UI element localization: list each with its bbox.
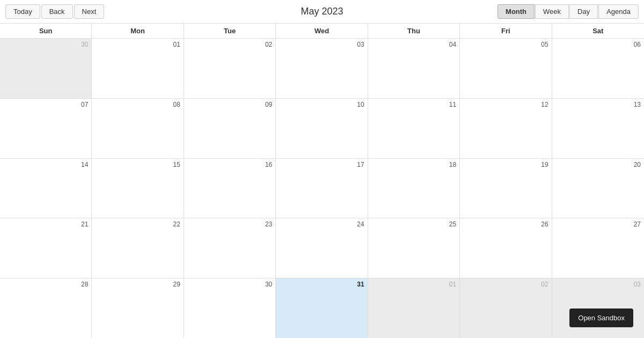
day-cell[interactable]: 01 bbox=[368, 278, 460, 338]
calendar: SunMonTueWedThuFriSat 300102030405060708… bbox=[0, 24, 644, 338]
day-cell[interactable]: 13 bbox=[552, 99, 644, 158]
week-row: 30010203040506 bbox=[0, 39, 644, 99]
day-cell[interactable]: 21 bbox=[0, 218, 92, 278]
day-cell[interactable]: 15 bbox=[92, 159, 184, 218]
day-cell[interactable]: 31 bbox=[276, 278, 368, 338]
day-cell[interactable]: 07 bbox=[0, 99, 92, 158]
view-btn-day[interactable]: Day bbox=[569, 4, 598, 19]
day-cell[interactable]: 14 bbox=[0, 159, 92, 218]
day-number: 06 bbox=[555, 41, 641, 48]
view-buttons: MonthWeekDayAgenda bbox=[497, 4, 639, 19]
day-cell[interactable]: 10 bbox=[276, 99, 368, 158]
today-button[interactable]: Today bbox=[5, 4, 40, 19]
view-btn-agenda[interactable]: Agenda bbox=[598, 4, 639, 19]
day-cell[interactable]: 18 bbox=[368, 159, 460, 218]
day-number: 23 bbox=[187, 221, 272, 228]
day-number: 09 bbox=[187, 101, 272, 108]
week-row: 21222324252627 bbox=[0, 218, 644, 278]
next-button[interactable]: Next bbox=[74, 4, 105, 19]
day-cell[interactable]: 24 bbox=[276, 218, 368, 278]
day-cell[interactable]: 02 bbox=[460, 278, 552, 338]
day-number: 17 bbox=[279, 161, 364, 168]
day-cell[interactable]: 04 bbox=[368, 39, 460, 98]
day-number: 31 bbox=[279, 281, 364, 288]
day-number: 27 bbox=[555, 221, 641, 228]
month-title: May 2023 bbox=[301, 6, 343, 17]
day-header-tue: Tue bbox=[184, 24, 276, 38]
week-row: 28293031010203 bbox=[0, 278, 644, 338]
day-cell[interactable]: 30 bbox=[0, 39, 92, 98]
day-cell[interactable]: 22 bbox=[92, 218, 184, 278]
day-number: 20 bbox=[555, 161, 641, 168]
day-cell[interactable]: 02 bbox=[184, 39, 276, 98]
day-cell[interactable]: 26 bbox=[460, 218, 552, 278]
day-cell[interactable]: 06 bbox=[552, 39, 644, 98]
back-button[interactable]: Back bbox=[41, 4, 73, 19]
day-cell[interactable]: 23 bbox=[184, 218, 276, 278]
day-number: 30 bbox=[187, 281, 272, 288]
day-header-fri: Fri bbox=[460, 24, 552, 38]
day-cell[interactable]: 03 bbox=[276, 39, 368, 98]
day-number: 22 bbox=[95, 221, 180, 228]
week-row: 07080910111213 bbox=[0, 99, 644, 159]
day-number: 25 bbox=[371, 221, 456, 228]
day-number: 04 bbox=[371, 41, 456, 48]
day-header-sat: Sat bbox=[552, 24, 644, 38]
day-number: 11 bbox=[371, 101, 456, 108]
day-cell[interactable]: 09 bbox=[184, 99, 276, 158]
day-cell[interactable]: 20 bbox=[552, 159, 644, 218]
day-number: 29 bbox=[95, 281, 180, 288]
day-number: 03 bbox=[279, 41, 364, 48]
day-cell[interactable]: 08 bbox=[92, 99, 184, 158]
day-number: 01 bbox=[371, 281, 456, 288]
weeks: 3001020304050607080910111213141516171819… bbox=[0, 39, 644, 338]
view-btn-month[interactable]: Month bbox=[497, 4, 535, 19]
day-number: 05 bbox=[463, 41, 548, 48]
day-number: 15 bbox=[95, 161, 180, 168]
day-cell[interactable]: 29 bbox=[92, 278, 184, 338]
day-number: 07 bbox=[3, 101, 88, 108]
day-header-wed: Wed bbox=[276, 24, 368, 38]
view-btn-week[interactable]: Week bbox=[535, 4, 569, 19]
day-number: 08 bbox=[95, 101, 180, 108]
day-number: 26 bbox=[463, 221, 548, 228]
day-number: 12 bbox=[463, 101, 548, 108]
day-cell[interactable]: 12 bbox=[460, 99, 552, 158]
day-number: 24 bbox=[279, 221, 364, 228]
day-number: 14 bbox=[3, 161, 88, 168]
day-number: 21 bbox=[3, 221, 88, 228]
day-number: 02 bbox=[463, 281, 548, 288]
day-header-thu: Thu bbox=[368, 24, 460, 38]
day-cell[interactable]: 27 bbox=[552, 218, 644, 278]
open-sandbox-button[interactable]: Open Sandbox bbox=[569, 308, 633, 327]
day-cell[interactable]: 25 bbox=[368, 218, 460, 278]
day-cell[interactable]: 05 bbox=[460, 39, 552, 98]
day-number: 10 bbox=[279, 101, 364, 108]
day-cell[interactable]: 17 bbox=[276, 159, 368, 218]
day-cell[interactable]: 30 bbox=[184, 278, 276, 338]
day-cell[interactable]: 16 bbox=[184, 159, 276, 218]
week-row: 14151617181920 bbox=[0, 159, 644, 219]
day-number: 02 bbox=[187, 41, 272, 48]
nav-buttons: Today Back Next bbox=[5, 4, 104, 19]
day-number: 01 bbox=[95, 41, 180, 48]
day-number: 16 bbox=[187, 161, 272, 168]
day-number: 13 bbox=[555, 101, 641, 108]
day-headers: SunMonTueWedThuFriSat bbox=[0, 24, 644, 39]
day-cell[interactable]: 28 bbox=[0, 278, 92, 338]
day-number: 03 bbox=[555, 281, 641, 288]
day-cell[interactable]: 19 bbox=[460, 159, 552, 218]
day-number: 19 bbox=[463, 161, 548, 168]
day-number: 30 bbox=[3, 41, 88, 48]
day-number: 18 bbox=[371, 161, 456, 168]
day-header-sun: Sun bbox=[0, 24, 92, 38]
day-cell[interactable]: 01 bbox=[92, 39, 184, 98]
day-number: 28 bbox=[3, 281, 88, 288]
day-cell[interactable]: 11 bbox=[368, 99, 460, 158]
day-header-mon: Mon bbox=[92, 24, 184, 38]
